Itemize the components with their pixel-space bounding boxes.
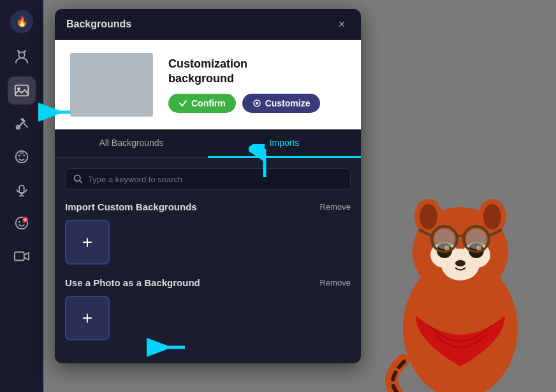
svg-point-15 xyxy=(18,221,20,223)
check-icon xyxy=(179,99,187,108)
search-container xyxy=(65,168,351,190)
svg-rect-20 xyxy=(15,252,24,261)
modal-tabs: All Backgrounds Imports xyxy=(55,129,361,158)
audio-icon xyxy=(13,182,30,198)
svg-text:★: ★ xyxy=(24,218,27,222)
character-red-panda xyxy=(371,137,550,392)
sidebar-item-tools[interactable] xyxy=(8,110,36,138)
photo-background-title: Use a Photo as a Background xyxy=(65,277,200,288)
svg-point-8 xyxy=(18,155,20,157)
sidebar-item-face[interactable] xyxy=(8,143,36,171)
search-icon xyxy=(73,174,83,184)
preview-buttons: Confirm Customize xyxy=(168,94,320,113)
modal-backgrounds: Backgrounds × Customization background C… xyxy=(55,9,361,363)
sidebar-item-video[interactable] xyxy=(8,242,36,270)
preview-info: Customization background Confirm Customi… xyxy=(168,57,320,113)
tools-icon xyxy=(13,115,30,132)
svg-point-9 xyxy=(23,155,25,157)
preview-thumbnail xyxy=(70,53,153,117)
import-custom-add-button[interactable]: + xyxy=(65,220,110,265)
sidebar-item-audio[interactable] xyxy=(8,176,36,204)
import-custom-remove-button[interactable]: Remove xyxy=(320,202,351,212)
photo-background-add-button[interactable]: + xyxy=(65,296,110,340)
avatar-icon xyxy=(13,49,30,66)
preview-title: Customization background xyxy=(168,57,320,87)
face-icon xyxy=(13,149,30,165)
video-icon xyxy=(13,248,30,265)
logo-icon: 🔥 xyxy=(10,10,33,33)
import-custom-section-header: Import Custom Backgrounds Remove xyxy=(65,201,351,212)
backgrounds-icon xyxy=(13,82,30,99)
svg-line-26 xyxy=(80,180,82,182)
sidebar-item-emote[interactable]: ★ xyxy=(8,209,36,237)
tab-all-backgrounds[interactable]: All Backgrounds xyxy=(55,129,208,158)
svg-point-42 xyxy=(455,260,465,266)
search-input[interactable] xyxy=(88,175,342,184)
modal-title: Backgrounds xyxy=(66,18,131,30)
svg-point-24 xyxy=(256,102,258,105)
svg-point-50 xyxy=(466,229,486,249)
svg-point-44 xyxy=(420,204,437,229)
sidebar-item-backgrounds[interactable] xyxy=(8,76,36,105)
svg-rect-3 xyxy=(15,85,28,96)
modal-preview-section: Customization background Confirm Customi… xyxy=(55,40,361,129)
svg-point-2 xyxy=(18,52,24,58)
modal-body: Import Custom Backgrounds Remove + Use a… xyxy=(55,158,361,363)
photo-background-remove-button[interactable]: Remove xyxy=(320,278,351,287)
svg-point-48 xyxy=(434,229,455,249)
sidebar: 🔥 xyxy=(0,0,43,392)
sidebar-item-logo[interactable]: 🔥 xyxy=(8,8,36,36)
brand-icon: 🔥 xyxy=(13,13,30,30)
customize-button[interactable]: Customize xyxy=(242,94,321,113)
modal-close-button[interactable]: × xyxy=(334,17,349,32)
customize-icon xyxy=(252,99,261,108)
confirm-button[interactable]: Confirm xyxy=(168,94,236,113)
modal-header: Backgrounds × xyxy=(55,9,361,40)
emote-icon: ★ xyxy=(13,215,30,231)
tab-imports[interactable]: Imports xyxy=(208,129,361,158)
photo-background-section-header: Use a Photo as a Background Remove xyxy=(65,277,351,288)
import-custom-title: Import Custom Backgrounds xyxy=(65,201,197,212)
svg-point-10 xyxy=(19,152,24,155)
svg-text:🔥: 🔥 xyxy=(16,15,28,27)
sidebar-item-avatar[interactable] xyxy=(8,43,36,71)
red-panda-svg xyxy=(371,137,550,392)
svg-point-46 xyxy=(483,204,501,229)
